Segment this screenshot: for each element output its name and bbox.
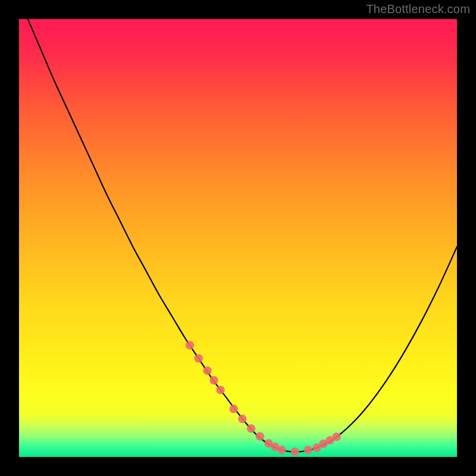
curve-marker (290, 447, 299, 456)
chart-frame: TheBottleneck.com (0, 0, 476, 476)
curve-marker (277, 446, 286, 454)
curve-marker (332, 433, 340, 441)
curve-marker (247, 424, 255, 433)
plot-area (19, 19, 457, 457)
curve-marker (209, 376, 218, 384)
curve-marker (304, 446, 312, 454)
curve-marker (216, 386, 224, 394)
bottleneck-chart (19, 19, 457, 457)
curve-marker (256, 432, 264, 440)
curve-marker (186, 341, 194, 349)
curve-marker (238, 415, 246, 423)
gradient-background (19, 19, 457, 457)
curve-marker (229, 405, 237, 413)
curve-marker (203, 367, 211, 375)
watermark-label: TheBottleneck.com (366, 2, 470, 16)
curve-marker (195, 354, 203, 362)
